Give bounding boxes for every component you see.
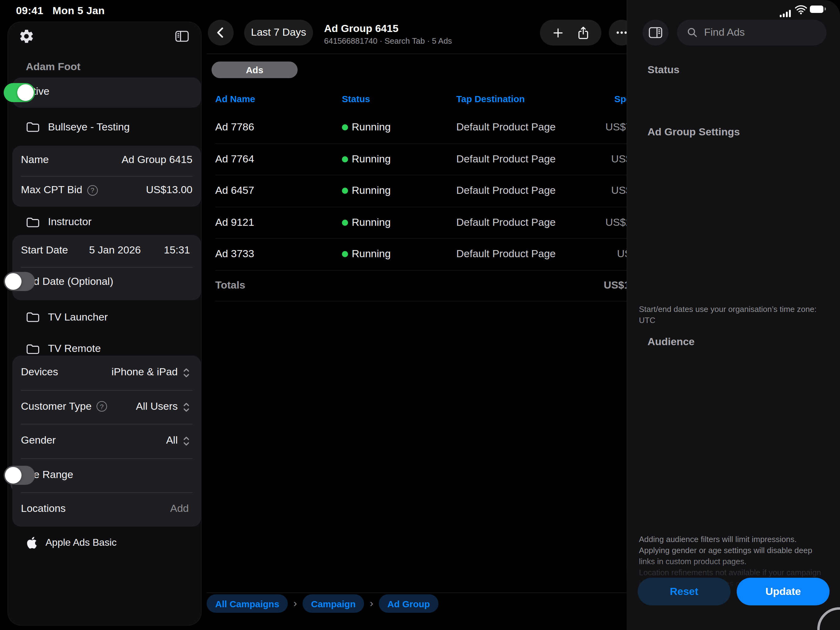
cell-ad-name: Ad 7786 (215, 121, 254, 133)
customer-type-value[interactable]: All Users (136, 400, 178, 413)
update-button[interactable]: Update (737, 578, 829, 605)
cell-tap-destination: Default Product Page (456, 185, 556, 197)
cell-status: Running (352, 216, 391, 229)
column-header-tap-destination[interactable]: Tap Destination (456, 93, 525, 104)
row-divider (21, 390, 193, 390)
cell-tap-destination: Default Product Page (456, 121, 556, 133)
cell-ad-name: Ad 7764 (215, 153, 254, 165)
cell-tap-destination: Default Product Page (456, 153, 556, 165)
column-header-status[interactable]: Status (342, 93, 370, 104)
row-divider (215, 301, 627, 301)
cell-ad-name: Ad 6457 (215, 185, 254, 197)
cell-status: Running (352, 153, 391, 165)
totals-label: Totals (215, 279, 245, 291)
table-row[interactable] (207, 175, 627, 206)
search-input[interactable] (703, 26, 816, 40)
breadcrumb-separator: › (293, 597, 297, 610)
schedule-note: Start/end dates use your organisation’s … (639, 304, 823, 326)
name-label: Name (21, 154, 49, 166)
sidebar-right-icon (648, 26, 663, 40)
running-status-dot (342, 188, 348, 194)
age-range-toggle[interactable] (4, 466, 35, 485)
panel-toggle-button[interactable] (643, 20, 668, 46)
ad-group-settings-card: Name Ad Group 6415 Max CPT Bid ? US$13.0… (12, 146, 201, 207)
row-divider (21, 458, 193, 459)
cell-tap-destination: Default Product Page (456, 248, 556, 260)
start-time-value[interactable]: 15:31 (164, 244, 190, 256)
row-divider (21, 176, 193, 177)
wifi-icon (794, 4, 807, 17)
schedule-card: Start Date 5 Jan 2026 15:31 End Date (Op… (12, 235, 201, 300)
breadcrumb: All Campaigns›Campaign›Ad Group (207, 594, 439, 613)
breadcrumb-divider (207, 592, 627, 593)
breadcrumb-separator: › (370, 597, 373, 610)
cell-ad-name: Ad 3733 (215, 248, 254, 260)
table-row[interactable] (207, 144, 627, 174)
customer-type-label: Customer Type? (21, 400, 107, 413)
locations-add-button[interactable]: Add (171, 503, 189, 515)
running-status-dot (342, 219, 348, 225)
cell-status: Running (352, 185, 391, 197)
row-divider (215, 270, 627, 271)
cell-ad-name: Ad 9121 (215, 216, 254, 229)
help-icon[interactable]: ? (96, 401, 107, 412)
apple-ads-app-window: 09:41 Mon 5 Jan Adam Foot Adam FootBulls… (0, 0, 840, 630)
running-status-dot (342, 124, 348, 130)
panel-section-ad-group-settings: Ad Group Settings (647, 126, 740, 138)
devices-label: Devices (21, 366, 58, 378)
search-field[interactable] (677, 20, 826, 46)
gender-label: Gender (21, 434, 56, 446)
name-value[interactable]: Ad Group 6415 (122, 154, 193, 166)
row-divider (21, 492, 193, 493)
panel-section-status: Status (647, 64, 679, 76)
cellular-signal-icon (780, 6, 792, 14)
chevron-up-down-icon[interactable] (183, 401, 190, 415)
start-date-label: Start Date (21, 244, 68, 256)
chevron-up-down-icon[interactable] (183, 367, 190, 381)
breadcrumb-campaign[interactable]: Campaign (303, 594, 364, 613)
start-date-value[interactable]: 5 Jan 2026 (89, 244, 141, 256)
active-toggle[interactable] (4, 83, 35, 102)
chevron-up-down-icon[interactable] (183, 435, 190, 449)
devices-value[interactable]: iPhone & iPad (112, 366, 178, 378)
table-row[interactable] (207, 239, 627, 269)
table-row[interactable] (207, 112, 627, 143)
audience-card: DevicesiPhone & iPadCustomer Type?All Us… (12, 356, 201, 527)
end-date-toggle[interactable] (4, 272, 35, 291)
max-cpt-bid-value[interactable]: US$13.00 (146, 184, 193, 196)
cell-status: Running (352, 248, 391, 260)
breadcrumb-all-campaigns[interactable]: All Campaigns (207, 594, 288, 613)
reset-button[interactable]: Reset (638, 578, 731, 605)
max-cpt-bid-label: Max CPT Bid ? (21, 184, 98, 196)
cell-status: Running (352, 121, 391, 133)
table-row[interactable] (207, 207, 627, 238)
battery-icon (810, 6, 823, 13)
gender-value[interactable]: All (166, 434, 178, 446)
running-status-dot (342, 156, 348, 162)
column-header-ad-name[interactable]: Ad Name (215, 93, 255, 104)
screen-corner-arc (816, 606, 840, 630)
help-icon[interactable]: ? (87, 185, 98, 195)
row-divider (21, 424, 193, 424)
search-icon (687, 27, 698, 38)
panel-section-audience: Audience (647, 336, 695, 348)
locations-label: Locations (21, 503, 66, 515)
cell-tap-destination: Default Product Page (456, 216, 556, 229)
running-status-dot (342, 251, 348, 257)
row-divider (21, 267, 193, 268)
breadcrumb-ad-group[interactable]: Ad Group (379, 594, 439, 613)
status-card: Active (12, 78, 201, 108)
